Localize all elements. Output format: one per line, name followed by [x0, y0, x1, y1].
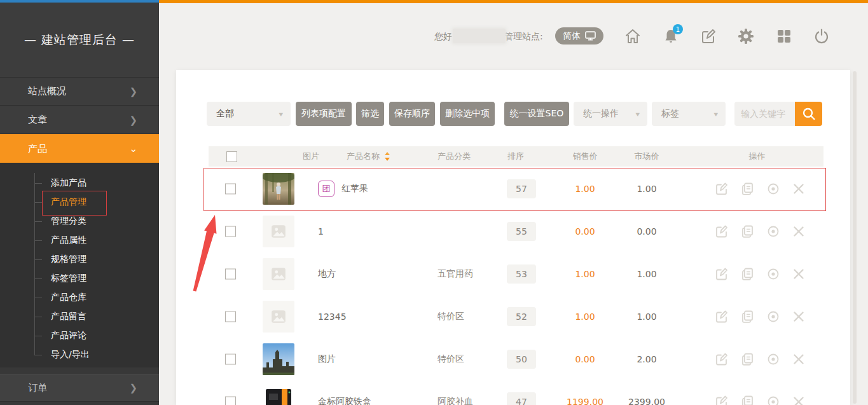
chevron-right-icon: ❯: [129, 114, 137, 126]
submenu-product-review[interactable]: 产品评论: [51, 326, 86, 345]
sale-price: 1.00: [553, 269, 617, 279]
product-category: 五官用药: [437, 268, 473, 280]
copy-icon[interactable]: [741, 224, 755, 238]
list-config-button[interactable]: 列表项配置: [296, 102, 352, 126]
sidebar-item-label: 产品: [28, 143, 47, 155]
gear-icon[interactable]: [738, 28, 754, 45]
row-checkbox[interactable]: [225, 311, 236, 322]
submenu-product-message[interactable]: 产品留言: [51, 307, 86, 326]
table-row: 1 55 0.00 0.00: [176, 210, 850, 252]
row-checkbox[interactable]: [225, 396, 236, 405]
copy-icon[interactable]: [741, 395, 755, 405]
delete-selected-button[interactable]: 删除选中项: [440, 102, 495, 126]
sort-toggle[interactable]: [385, 151, 390, 161]
main-top-strip: [159, 0, 868, 3]
product-category: 阿胶补血: [437, 396, 473, 405]
product-name[interactable]: 1: [318, 226, 324, 237]
manage-site-label: 管理站点:: [504, 31, 543, 43]
product-name[interactable]: 图片: [318, 354, 336, 365]
preview-icon[interactable]: [766, 224, 780, 238]
tag-dropdown[interactable]: 标签 ▾: [652, 102, 726, 126]
sort-asc-icon: [385, 152, 390, 155]
sort-value[interactable]: 50: [507, 350, 536, 369]
market-price: 2.00: [615, 354, 679, 364]
sale-price: 0.00: [553, 354, 617, 364]
preview-icon[interactable]: [766, 395, 780, 405]
delete-icon[interactable]: [792, 310, 806, 324]
edit-icon[interactable]: [715, 224, 729, 238]
submenu-spec-manage[interactable]: 规格管理: [51, 250, 86, 269]
delete-icon[interactable]: [792, 352, 806, 366]
sale-price: 1199.00: [553, 397, 617, 405]
product-image[interactable]: [263, 343, 294, 375]
delete-icon[interactable]: [792, 267, 806, 281]
sidebar-item-products[interactable]: 产品 ⌄: [0, 134, 159, 163]
save-order-button[interactable]: 保存顺序: [389, 102, 435, 126]
power-icon[interactable]: [813, 28, 830, 45]
edit-icon[interactable]: [715, 267, 729, 281]
edit-icon[interactable]: [700, 28, 717, 45]
product-image[interactable]: [263, 386, 294, 405]
search-icon: [802, 107, 816, 121]
copy-icon[interactable]: [741, 310, 755, 324]
vertical-scrollbar[interactable]: [853, 71, 857, 404]
sidebar-item-site-overview[interactable]: 站点概况 ❯: [0, 78, 159, 106]
delete-icon[interactable]: [792, 224, 806, 238]
home-icon[interactable]: [624, 28, 641, 45]
sidebar-item-label: 站点概况: [28, 85, 66, 97]
language-label: 简体: [563, 31, 581, 42]
search-input[interactable]: [734, 102, 795, 126]
tree-tick: [34, 221, 42, 222]
sidebar-item-label: 文章: [28, 114, 47, 126]
submenu-import-export[interactable]: 导入/导出: [51, 345, 90, 364]
copy-icon[interactable]: [741, 267, 755, 281]
tree-tick: [34, 278, 42, 279]
product-name[interactable]: 地方: [318, 268, 336, 280]
edit-icon[interactable]: [715, 395, 729, 405]
sidebar-item-orders[interactable]: 订单 ❯: [0, 374, 159, 402]
col-sale-price: 销售价: [553, 146, 617, 167]
tree-tick: [34, 355, 42, 355]
greeting-text: 您好: [434, 31, 452, 43]
select-all-checkbox[interactable]: [226, 146, 237, 167]
sort-value[interactable]: 47: [507, 392, 536, 405]
sidebar-item-articles[interactable]: 文章 ❯: [0, 106, 159, 134]
page: — 建站管理后台 — 站点概况 ❯ 文章 ❯ 产品 ⌄ 添加产品 产品管理: [0, 0, 868, 405]
submenu-tag-manage[interactable]: 标签管理: [51, 269, 86, 288]
filter-all-dropdown[interactable]: 全部 ▾: [207, 102, 291, 126]
product-image[interactable]: [263, 258, 294, 290]
col-image: 图片: [270, 146, 352, 167]
tree-tick: [34, 202, 42, 203]
product-image[interactable]: [263, 301, 294, 333]
edit-icon[interactable]: [715, 352, 729, 366]
filter-button[interactable]: 筛选: [356, 102, 384, 126]
market-price: 2399.00: [615, 397, 679, 405]
product-name[interactable]: 金标阿胶铁盒: [318, 396, 371, 405]
filter-all-label: 全部: [216, 108, 234, 120]
preview-icon[interactable]: [766, 267, 780, 281]
submenu-product-warehouse[interactable]: 产品仓库: [51, 288, 86, 307]
sort-value[interactable]: 52: [507, 307, 536, 326]
sidebar-item-label: 订单: [28, 382, 47, 394]
chevron-down-icon: ▾: [713, 110, 718, 118]
apps-grid-icon[interactable]: [776, 28, 792, 45]
col-market-price: 市场价: [615, 146, 679, 167]
row-checkbox[interactable]: [225, 354, 236, 364]
product-image[interactable]: [263, 216, 294, 247]
submenu-product-attr[interactable]: 产品属性: [51, 231, 86, 250]
copy-icon[interactable]: [741, 352, 755, 366]
product-name[interactable]: 12345: [318, 312, 347, 322]
batch-action-dropdown[interactable]: 统一操作 ▾: [574, 102, 647, 126]
preview-icon[interactable]: [766, 352, 780, 366]
seo-button[interactable]: 统一设置SEO: [504, 102, 569, 126]
search-button[interactable]: [795, 102, 822, 126]
delete-icon[interactable]: [792, 395, 806, 405]
language-button[interactable]: 简体: [555, 27, 603, 45]
sort-value[interactable]: 55: [507, 222, 536, 241]
sort-value[interactable]: 53: [507, 264, 536, 284]
annotation-arrow-icon: [184, 210, 229, 299]
preview-icon[interactable]: [766, 310, 780, 324]
submenu-add-product[interactable]: 添加产品: [51, 174, 86, 193]
tree-tick: [34, 317, 42, 317]
edit-icon[interactable]: [715, 310, 729, 324]
